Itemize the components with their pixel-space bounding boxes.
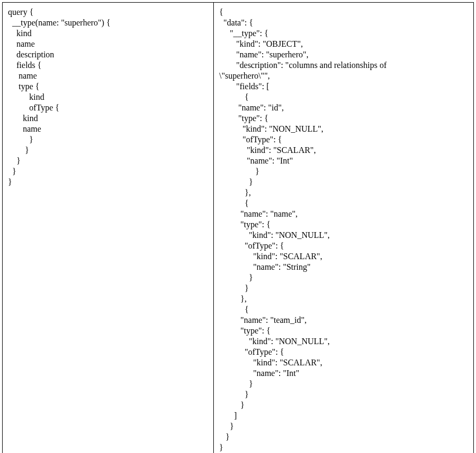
code-comparison-container: query { __type(name: "superhero") { kind… [2, 2, 474, 453]
response-code: { "data": { "__type": { "kind": "OBJECT"… [219, 7, 468, 453]
query-panel: query { __type(name: "superhero") { kind… [3, 3, 214, 453]
response-panel: { "data": { "__type": { "kind": "OBJECT"… [214, 3, 473, 453]
query-code: query { __type(name: "superhero") { kind… [8, 7, 208, 187]
